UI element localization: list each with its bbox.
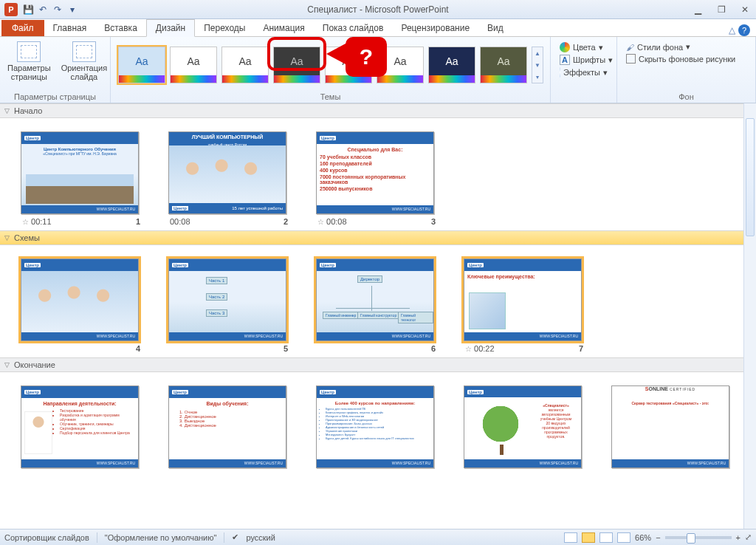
slide-8[interactable]: Центр Направления деятельности: Тестиров… — [21, 385, 142, 468]
s4-num: 4 — [136, 344, 140, 353]
tri-icon: ▽ — [4, 107, 10, 114]
s8-title: Направления деятельности: — [24, 401, 135, 406]
slide-5[interactable]: Центр Часть 1 Часть 2 Часть 3 WWW.SPECIA… — [168, 258, 289, 353]
theme-thumb-4[interactable]: Aa — [273, 47, 320, 83]
slide-1[interactable]: Центр Центр Компьютерного Обучения «Спец… — [21, 131, 142, 226]
tab-slideshow[interactable]: Показ слайдов — [314, 20, 393, 36]
colors-button[interactable]: Цвета ▾ — [555, 41, 612, 53]
slide-9[interactable]: Центр Виды обучения: 1. Очное 2. Дистанц… — [168, 385, 289, 468]
spellcheck-icon[interactable]: ✔ — [232, 532, 238, 542]
bg-styles-icon: 🖌 — [626, 43, 634, 52]
qat-more-icon[interactable]: ▾ — [65, 2, 80, 17]
page-setup-icon — [17, 41, 41, 62]
s5-b3: Часть 3 — [206, 309, 227, 317]
slide-sorter-canvas: ▽Начало Центр Центр Компьютерного Обучен… — [0, 103, 756, 529]
hide-bg-checkbox[interactable]: Скрыть фоновые рисунки — [622, 53, 751, 64]
s3-b3: 7000 постоянных корпоративных заказчиков — [320, 174, 430, 185]
bg-styles-button[interactable]: 🖌Стили фона ▾ — [622, 41, 751, 52]
theme-gallery-scroll[interactable]: ▲▼▾ — [532, 47, 543, 83]
ribbon-min-icon[interactable]: △ — [729, 25, 735, 35]
section-header-start[interactable]: ▽Начало — [0, 103, 756, 118]
zoom-in-icon[interactable]: + — [736, 533, 740, 542]
theme-thumb-7[interactable]: Aa — [428, 47, 475, 83]
status-theme: "Оформление по умолчанию" — [105, 533, 217, 542]
theme-thumb-1[interactable]: Aa — [118, 47, 165, 83]
s6-num: 6 — [431, 344, 436, 353]
tab-view[interactable]: Вид — [478, 20, 512, 36]
fit-icon[interactable]: ⤢ — [745, 532, 752, 542]
theme-thumb-3[interactable]: Aa — [221, 47, 269, 83]
s7-time: 00:22 — [474, 344, 495, 353]
status-lang[interactable]: русский — [246, 533, 275, 542]
tab-home[interactable]: Главная — [44, 20, 96, 36]
s2-badge: 15 лет успешной работы — [232, 206, 283, 210]
ribbon-tabs: Файл Главная Вставка Дизайн Переходы Ани… — [0, 19, 756, 37]
s3-title: Специально для Вас: — [320, 147, 430, 152]
s2-num: 2 — [284, 217, 288, 226]
minimize-icon[interactable]: ▁ — [690, 4, 706, 15]
slide-orientation-button[interactable]: Ориентация слайда — [58, 40, 110, 83]
s6-top: Директор — [357, 275, 382, 283]
tab-transitions[interactable]: Переходы — [195, 20, 254, 36]
s1-time: 00:11 — [31, 217, 52, 226]
fonts-icon: A — [560, 55, 570, 65]
scroll-up-icon[interactable]: ▲ — [535, 50, 540, 57]
help-icon[interactable]: ? — [738, 24, 750, 36]
status-bar: Сортировщик слайдов "Оформление по умолч… — [0, 529, 756, 545]
zoom-value[interactable]: 66% — [635, 533, 651, 542]
theme-thumb-8[interactable]: Aa — [480, 47, 527, 83]
slide-12[interactable]: SONLINE CERTIFIED Сервер тестирования «С… — [611, 385, 732, 468]
zoom-out-icon[interactable]: − — [656, 533, 660, 542]
s7-num: 7 — [579, 344, 583, 353]
slide-6[interactable]: Центр Директор Главный инженер Главный к… — [316, 258, 437, 353]
gallery-more-icon[interactable]: ▾ — [536, 74, 539, 80]
section-end-label: Окончание — [14, 360, 55, 369]
section-header-schemes[interactable]: ▽Схемы — [0, 230, 756, 245]
s12-sub: Сервер тестирования «Специалист» - это: — [615, 401, 726, 405]
s11-sub2: 20 ведущих производителей программных пр… — [542, 421, 570, 439]
hide-bg-label: Скрыть фоновые рисунки — [639, 55, 735, 64]
qat-undo-icon[interactable]: ↶ — [35, 2, 50, 17]
tab-design[interactable]: Дизайн — [146, 19, 195, 37]
scroll-down-icon[interactable]: ▼ — [535, 62, 540, 69]
vertical-scrollbar[interactable] — [743, 103, 756, 529]
s6-b0: Главный инженер — [323, 312, 359, 319]
group-themes-label: Темы — [115, 91, 546, 101]
star-icon: ☆ — [465, 345, 472, 353]
orientation-label: Ориентация слайда — [61, 64, 107, 81]
tab-file[interactable]: Файл — [1, 20, 44, 36]
slide-11[interactable]: Центр «Специалист» является авторизованн… — [464, 385, 585, 468]
close-icon[interactable]: ✕ — [737, 4, 753, 15]
tab-animation[interactable]: Анимация — [254, 20, 313, 36]
star-icon: ☆ — [22, 218, 29, 226]
section-header-end[interactable]: ▽Окончание — [0, 357, 756, 372]
view-normal-icon[interactable] — [564, 532, 577, 543]
s3-b4: 250000 выпускников — [320, 186, 430, 191]
slide-10[interactable]: Центр Более 400 курсов по направлениям: … — [316, 385, 437, 468]
theme-thumb-2[interactable]: Aa — [170, 47, 217, 83]
section-schemes-label: Схемы — [14, 233, 40, 242]
tab-review[interactable]: Рецензирование — [392, 20, 478, 36]
s9-b3: 4. Дистанционное — [179, 423, 283, 428]
zoom-slider[interactable] — [665, 536, 732, 539]
slide-2[interactable]: ЛУЧШИЙ КОМПЬЮТЕРНЫЙ учебный центр России… — [168, 131, 289, 226]
slide-7[interactable]: Центр Ключевые преимущества: WWW.SPECIAL… — [464, 258, 585, 353]
s2-title: ЛУЧШИЙ КОМПЬЮТЕРНЫЙ — [192, 134, 263, 140]
slide-3[interactable]: Центр Специально для Вас: 70 учебных кла… — [316, 131, 437, 226]
effects-button[interactable]: Эффекты ▾ — [555, 66, 612, 78]
colors-icon — [560, 42, 570, 52]
page-setup-button[interactable]: Параметры страницы — [4, 40, 54, 83]
view-slideshow-icon[interactable] — [617, 532, 630, 543]
view-reading-icon[interactable] — [599, 532, 613, 543]
fonts-button[interactable]: AШрифты ▾ — [555, 54, 612, 66]
tab-insert[interactable]: Вставка — [95, 20, 146, 36]
orientation-icon — [72, 41, 96, 62]
slide-4[interactable]: Центр WWW.SPECIALIST.RU 4 — [21, 258, 142, 353]
view-sorter-icon[interactable] — [582, 532, 595, 543]
s10-b8: Курсы для детей. Курсы английского языка… — [326, 436, 430, 440]
scrollbar-thumb[interactable] — [746, 118, 755, 236]
qat-save-icon[interactable]: 💾 — [21, 2, 35, 17]
restore-icon[interactable]: ❐ — [713, 4, 729, 15]
qat-redo-icon[interactable]: ↷ — [50, 2, 65, 17]
group-bg-label: Фон — [622, 91, 751, 101]
